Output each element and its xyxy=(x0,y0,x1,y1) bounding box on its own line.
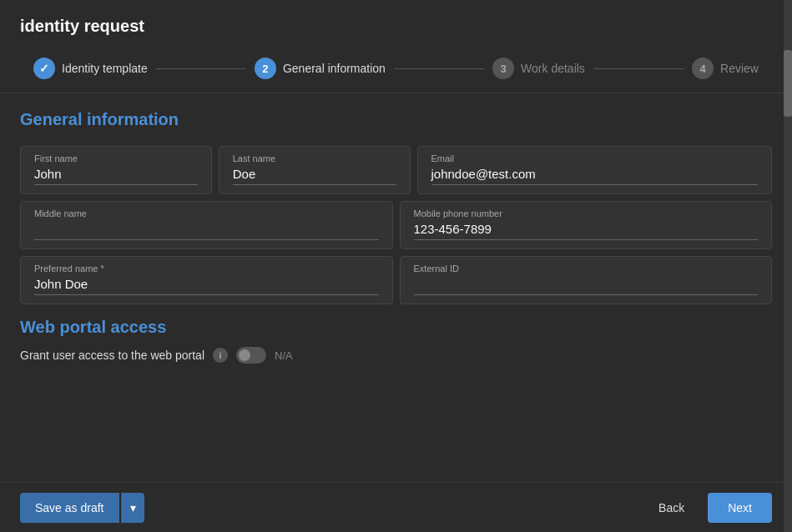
first-name-value[interactable]: John xyxy=(34,167,198,185)
save-draft-dropdown-button[interactable]: ▾ xyxy=(121,493,144,523)
step-circle-2: 2 xyxy=(255,58,276,79)
web-portal-section: Web portal access Grant user access to t… xyxy=(20,318,772,364)
middle-name-label: Middle name xyxy=(34,208,379,218)
preferred-name-field[interactable]: Preferred name * John Doe xyxy=(20,256,393,304)
email-value[interactable]: johndoe@test.com xyxy=(431,167,759,185)
connector-3 xyxy=(593,68,684,69)
toggle-knob xyxy=(239,349,250,361)
middle-name-value[interactable] xyxy=(34,222,379,240)
step-number-2: 2 xyxy=(262,63,268,75)
mobile-phone-field[interactable]: Mobile phone number 123-456-7899 xyxy=(400,201,773,249)
mobile-phone-label: Mobile phone number xyxy=(414,208,759,218)
step-circle-1: ✓ xyxy=(33,58,55,79)
step-label-1: Identity template xyxy=(62,62,148,75)
step-work-details[interactable]: 3 Work details xyxy=(492,58,585,79)
first-name-field[interactable]: First name John xyxy=(20,146,212,194)
step-label-3: Work details xyxy=(521,62,585,75)
middle-name-field[interactable]: Middle name xyxy=(20,201,393,249)
header: identity request xyxy=(0,0,792,44)
save-draft-button[interactable]: Save as draft xyxy=(20,493,119,523)
dropdown-chevron-icon: ▾ xyxy=(130,501,136,514)
preferred-name-label: Preferred name * xyxy=(34,263,379,274)
step-number-4: 4 xyxy=(699,63,705,75)
back-button[interactable]: Back xyxy=(643,493,699,523)
step-number-3: 3 xyxy=(500,63,506,75)
portal-access-toggle[interactable] xyxy=(236,347,266,364)
footer: Save as draft ▾ Back Next xyxy=(0,482,792,532)
portal-access-row: Grant user access to the web portal i N/… xyxy=(20,347,772,364)
form-row-1: First name John Last name Doe Email john… xyxy=(20,146,772,194)
scrollbar-thumb[interactable] xyxy=(784,50,792,117)
web-portal-title: Web portal access xyxy=(20,318,772,337)
footer-right: Back Next xyxy=(643,493,772,523)
last-name-field[interactable]: Last name Doe xyxy=(219,146,411,194)
stepper: ✓ Identity template 2 General informatio… xyxy=(0,44,792,93)
na-label: N/A xyxy=(275,349,293,362)
email-label: Email xyxy=(431,153,759,163)
external-id-label: External ID xyxy=(414,263,759,274)
step-review[interactable]: 4 Review xyxy=(692,58,759,79)
page-title: identity request xyxy=(20,17,144,35)
last-name-value[interactable]: Doe xyxy=(233,167,396,185)
footer-left: Save as draft ▾ xyxy=(20,493,144,523)
mobile-phone-value[interactable]: 123-456-7899 xyxy=(414,222,759,240)
scrollbar[interactable] xyxy=(784,0,792,532)
last-name-label: Last name xyxy=(233,153,396,163)
info-icon[interactable]: i xyxy=(213,348,228,363)
first-name-label: First name xyxy=(34,153,198,163)
grant-access-label: Grant user access to the web portal xyxy=(20,349,204,362)
step-general-information[interactable]: 2 General information xyxy=(255,58,386,79)
step-identity-template[interactable]: ✓ Identity template xyxy=(33,58,148,79)
checkmark-icon: ✓ xyxy=(39,62,49,75)
general-info-section-title: General information xyxy=(20,110,772,129)
main-content: General information First name John Last… xyxy=(0,93,792,482)
external-id-value[interactable] xyxy=(414,277,759,295)
step-label-2: General information xyxy=(283,62,386,75)
step-circle-4: 4 xyxy=(692,58,714,79)
step-label-4: Review xyxy=(720,62,759,75)
email-field[interactable]: Email johndoe@test.com xyxy=(417,146,773,194)
next-button[interactable]: Next xyxy=(708,493,772,523)
preferred-name-value[interactable]: John Doe xyxy=(34,277,379,295)
connector-1 xyxy=(156,68,246,69)
form-row-2: Middle name Mobile phone number 123-456-… xyxy=(20,201,772,249)
step-circle-3: 3 xyxy=(492,58,514,79)
connector-2 xyxy=(394,68,484,69)
external-id-field[interactable]: External ID xyxy=(400,256,773,304)
form-row-3: Preferred name * John Doe External ID xyxy=(20,256,772,304)
page-container: identity request ✓ Identity template 2 G… xyxy=(0,0,792,532)
